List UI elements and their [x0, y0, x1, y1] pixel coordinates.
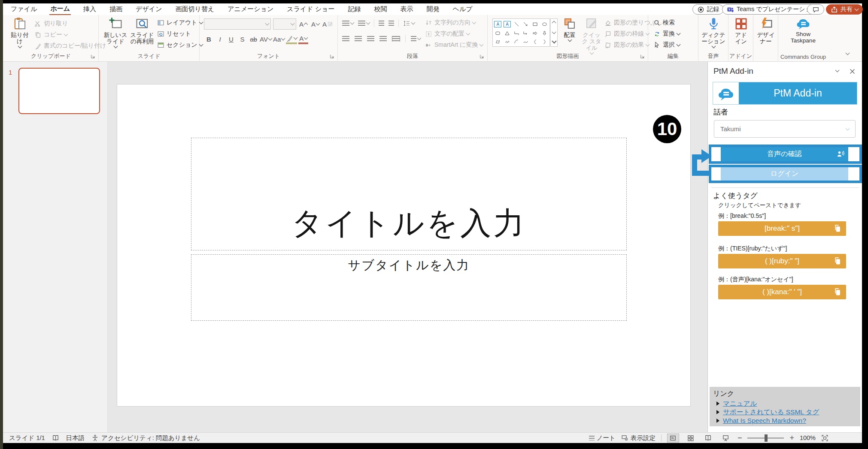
triangle-shape-icon[interactable]: [504, 30, 510, 36]
grow-font-button[interactable]: A: [298, 19, 308, 29]
text-direction-button[interactable]: 文字列の方向: [425, 17, 483, 28]
new-slide-button[interactable]: 新しいスライド: [103, 17, 128, 48]
menu-item-slideshow[interactable]: スライド ショー: [286, 4, 335, 15]
menu-item-developer[interactable]: 開発: [426, 4, 440, 15]
slide-counter[interactable]: スライド 1/1: [9, 434, 45, 442]
numbered-list-button[interactable]: [358, 21, 370, 26]
link-speech-markdown[interactable]: What Is Speech Markdown?: [723, 417, 806, 425]
subtitle-placeholder[interactable]: サブタイトルを入力: [191, 254, 627, 321]
notes-button[interactable]: ノート: [589, 434, 616, 442]
slide-thumbnail[interactable]: [18, 68, 100, 114]
down-arrow-shape-icon[interactable]: [542, 30, 547, 36]
scribble-shape-icon[interactable]: [504, 39, 510, 45]
comments-button[interactable]: [807, 4, 824, 15]
menu-item-animations[interactable]: アニメーション: [227, 4, 274, 15]
layout-button[interactable]: レイアウト: [157, 17, 203, 28]
language-indicator[interactable]: 日本語: [66, 434, 85, 442]
rectangle-shape-icon[interactable]: [532, 21, 538, 27]
reuse-slides-button[interactable]: スライドの再利用: [129, 17, 155, 45]
fit-to-window-icon[interactable]: [821, 434, 829, 442]
change-case-button[interactable]: Aa: [273, 34, 285, 44]
shapes-gallery[interactable]: A A: [492, 18, 550, 47]
zoom-in-button[interactable]: +: [789, 434, 794, 443]
oval-shape-icon[interactable]: [542, 21, 547, 27]
paste-button[interactable]: 貼り付け: [9, 17, 31, 48]
increase-indent-button[interactable]: [388, 21, 394, 26]
line-spacing-button[interactable]: [403, 20, 415, 27]
title-placeholder[interactable]: タイトルを入力: [191, 138, 627, 250]
left-brace-shape-icon[interactable]: [532, 39, 538, 45]
speaker-select[interactable]: Takumi: [714, 120, 856, 138]
slide-sorter-view-button[interactable]: [685, 434, 697, 443]
textbox-vertical-icon[interactable]: A: [504, 21, 511, 27]
align-left-button[interactable]: [342, 36, 349, 42]
arrow-shape-icon[interactable]: [523, 21, 528, 27]
addins-button[interactable]: アドイン: [732, 17, 750, 45]
close-icon[interactable]: [849, 68, 856, 75]
textbox-horizontal-icon[interactable]: A: [494, 21, 501, 27]
taskpane-chevron-down-icon[interactable]: [835, 68, 840, 72]
format-painter-button[interactable]: 書式のコピー/貼り付け: [34, 40, 106, 51]
align-center-button[interactable]: [355, 36, 362, 42]
cut-button[interactable]: 切り取り: [34, 18, 106, 29]
line-shape-icon[interactable]: [514, 21, 519, 27]
tag-kana-button[interactable]: ( )[kana:" ' "]: [718, 285, 846, 299]
clear-formatting-button[interactable]: A: [322, 19, 333, 29]
menu-item-draw[interactable]: 描画: [109, 4, 123, 15]
columns-button[interactable]: [411, 36, 421, 42]
justify-button[interactable]: [379, 36, 387, 42]
display-settings-button[interactable]: 表示設定: [621, 434, 656, 442]
bold-button[interactable]: B: [204, 34, 214, 44]
link-ssml-tags[interactable]: サポートされている SSML タグ: [723, 408, 819, 417]
replace-button[interactable]: 置換: [653, 28, 680, 39]
record-button[interactable]: 記録: [692, 4, 724, 15]
menu-item-design[interactable]: デザイン: [135, 4, 163, 15]
dialog-launcher-icon[interactable]: [640, 54, 645, 59]
strikethrough-button[interactable]: ab: [249, 34, 258, 44]
curve-shape-icon[interactable]: [523, 39, 528, 45]
elbow-connector-icon[interactable]: [514, 30, 519, 36]
arrange-button[interactable]: 配置: [559, 17, 580, 41]
reading-view-button[interactable]: [702, 434, 714, 443]
underline-button[interactable]: U: [226, 34, 236, 44]
align-right-button[interactable]: [367, 36, 374, 42]
align-text-button[interactable]: 文字の配置: [425, 28, 483, 39]
zoom-slider[interactable]: [747, 437, 784, 439]
font-name-select[interactable]: [204, 18, 271, 30]
shrink-font-button[interactable]: A: [310, 19, 320, 29]
tag-break-button[interactable]: [break:" s"]: [718, 221, 846, 236]
font-size-select[interactable]: [273, 18, 296, 30]
spellcheck-book-icon[interactable]: [52, 434, 59, 442]
share-button[interactable]: 共有: [826, 4, 863, 15]
gallery-scroll-down-icon[interactable]: [552, 30, 556, 34]
italic-button[interactable]: I: [215, 34, 225, 44]
voice-check-button[interactable]: 音声の確認: [721, 147, 848, 161]
select-button[interactable]: 選択: [653, 39, 680, 51]
highlight-color-button[interactable]: [286, 34, 297, 44]
character-spacing-button[interactable]: AV: [260, 34, 272, 44]
section-button[interactable]: セクション: [157, 39, 203, 51]
menu-item-view[interactable]: 表示: [400, 4, 414, 15]
link-manual[interactable]: マニュアル: [723, 399, 757, 408]
dictation-button[interactable]: ディクテーション: [700, 17, 727, 48]
zoom-out-button[interactable]: −: [737, 434, 742, 443]
login-button[interactable]: ログイン: [721, 167, 848, 181]
normal-view-button[interactable]: [667, 434, 679, 443]
right-arrow-shape-icon[interactable]: [532, 30, 538, 36]
menu-item-insert[interactable]: 挿入: [82, 4, 97, 15]
zoom-level[interactable]: 100%: [800, 434, 816, 441]
slide-canvas[interactable]: タイトルを入力 サブタイトルを入力: [117, 84, 691, 407]
freeform-shape-icon[interactable]: [495, 39, 501, 45]
convert-smartart-button[interactable]: SmartArt に変換: [425, 39, 483, 51]
text-shadow-button[interactable]: S: [237, 34, 247, 44]
accessibility-status[interactable]: アクセシビリティ: 問題ありません: [91, 434, 200, 442]
right-brace-shape-icon[interactable]: [542, 39, 547, 45]
gallery-scroll-up-icon[interactable]: [552, 21, 556, 25]
slideshow-view-button[interactable]: [720, 434, 732, 443]
distribute-text-button[interactable]: [392, 36, 400, 42]
decrease-indent-button[interactable]: [379, 21, 384, 26]
rounded-rectangle-shape-icon[interactable]: [495, 30, 501, 36]
find-button[interactable]: 検索: [653, 17, 680, 28]
menu-item-review[interactable]: 校閲: [373, 4, 388, 15]
copy-button[interactable]: コピー: [34, 29, 106, 40]
